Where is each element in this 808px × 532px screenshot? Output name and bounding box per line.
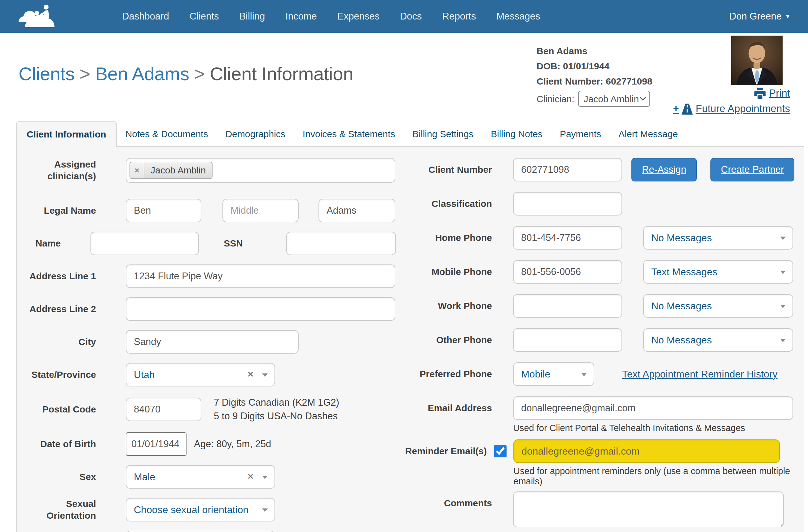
state-province-select[interactable]: Utah × xyxy=(126,363,275,386)
home-phone-messages-value: No Messages xyxy=(651,232,712,244)
breadcrumb-separator: > xyxy=(189,63,210,84)
print-label: Print xyxy=(769,87,790,99)
client-number-input[interactable] xyxy=(513,158,622,182)
assigned-clinicians-label: Assigned clinician(s) xyxy=(17,158,96,182)
legal-last-name-input[interactable] xyxy=(318,199,395,222)
nav-item-expenses[interactable]: Expenses xyxy=(337,11,380,22)
page-title: Client Information xyxy=(210,63,353,84)
city-input[interactable] xyxy=(126,330,299,354)
work-phone-input[interactable] xyxy=(513,294,622,318)
work-phone-messages-value: No Messages xyxy=(651,300,712,312)
sexual-orientation-placeholder: Choose sexual orientation xyxy=(134,504,249,516)
ssn-input[interactable] xyxy=(286,232,396,255)
dropdown-arrow-icon xyxy=(780,305,786,308)
print-link[interactable]: Print xyxy=(754,87,790,99)
sexual-orientation-label: Sexual Orientation xyxy=(17,498,96,521)
tab-billing-notes[interactable]: Billing Notes xyxy=(482,121,551,147)
dropdown-arrow-icon xyxy=(262,509,268,512)
comments-label: Comments xyxy=(396,491,492,515)
nav-item-docs[interactable]: Docs xyxy=(400,11,422,22)
preferred-phone-label: Preferred Phone xyxy=(396,368,492,380)
nav-item-billing[interactable]: Billing xyxy=(239,11,265,22)
nav-item-dashboard[interactable]: Dashboard xyxy=(122,11,169,22)
address-line1-input[interactable] xyxy=(126,264,395,288)
email-address-input[interactable] xyxy=(513,396,793,420)
other-phone-messages-value: No Messages xyxy=(651,335,712,346)
work-phone-messages-select[interactable]: No Messages xyxy=(643,294,793,318)
reminder-emails-input[interactable] xyxy=(513,439,780,463)
ssn-label: SSN xyxy=(224,238,243,249)
clear-x-icon[interactable]: × xyxy=(247,471,253,481)
nav-item-income[interactable]: Income xyxy=(285,11,317,22)
name-input[interactable] xyxy=(90,232,199,255)
other-phone-messages-select[interactable]: No Messages xyxy=(643,328,793,352)
comments-textarea[interactable] xyxy=(513,491,784,527)
tab-client-information[interactable]: Client Information xyxy=(16,121,117,147)
age-text: Age: 80y, 5m, 25d xyxy=(194,438,271,450)
nav-item-clients[interactable]: Clients xyxy=(189,11,219,22)
mountain-climbers-logo xyxy=(17,3,56,30)
re-assign-button[interactable]: Re-Assign xyxy=(631,158,697,182)
email-address-label: Email Address xyxy=(396,396,492,420)
home-phone-messages-select[interactable]: No Messages xyxy=(643,226,793,250)
clinician-select[interactable]: Jacob Amblin xyxy=(578,91,650,107)
mobile-phone-input[interactable] xyxy=(513,260,622,284)
main-nav: Dashboard Clients Billing Income Expense… xyxy=(122,0,540,33)
other-phone-label: Other Phone xyxy=(396,334,492,346)
form-right-column: Client Number Re-Assign Create Partner C… xyxy=(396,158,805,532)
sexual-orientation-select[interactable]: Choose sexual orientation xyxy=(126,498,275,521)
create-partner-button[interactable]: Create Partner xyxy=(711,158,794,182)
tab-invoices-statements[interactable]: Invoices & Statements xyxy=(294,121,404,147)
date-of-birth-input[interactable] xyxy=(126,432,186,456)
assigned-clinicians-input[interactable]: × Jacob Amblin xyxy=(126,158,395,183)
classification-label: Classification xyxy=(396,198,492,210)
tab-notes-documents[interactable]: Notes & Documents xyxy=(117,121,217,147)
tab-demographics[interactable]: Demographics xyxy=(217,121,294,147)
mobile-phone-messages-value: Text Messages xyxy=(651,266,717,278)
work-phone-label: Work Phone xyxy=(396,300,492,312)
date-of-birth-label: Date of Birth xyxy=(17,438,96,450)
client-information-page: Dashboard Clients Billing Income Expense… xyxy=(0,0,808,532)
postal-code-label: Postal Code xyxy=(17,403,96,415)
client-photo xyxy=(731,35,783,86)
preferred-phone-select[interactable]: Mobile xyxy=(513,362,594,386)
classification-input[interactable] xyxy=(513,192,622,215)
postal-code-input[interactable] xyxy=(126,398,201,421)
breadcrumb-separator: > xyxy=(75,63,95,84)
breadcrumb-client-name-link[interactable]: Ben Adams xyxy=(95,63,189,84)
city-label: City xyxy=(17,336,96,348)
road-icon xyxy=(681,103,693,115)
dropdown-arrow-icon xyxy=(262,374,268,377)
future-appointments-link[interactable]: + Future Appointments xyxy=(673,103,790,115)
reminder-emails-checkbox[interactable] xyxy=(494,445,507,457)
breadcrumb-clients-link[interactable]: Clients xyxy=(19,63,75,84)
text-reminder-history-link[interactable]: Text Appointment Reminder History xyxy=(622,368,778,380)
address-line2-input[interactable] xyxy=(126,297,395,321)
client-summary: Ben Adams DOB: 01/01/1944 Client Number:… xyxy=(537,43,653,107)
dropdown-arrow-icon xyxy=(780,271,786,274)
tab-billing-settings[interactable]: Billing Settings xyxy=(404,121,482,147)
remove-chip-icon[interactable]: × xyxy=(130,162,144,178)
summary-client-name: Ben Adams xyxy=(537,43,653,58)
legal-middle-name-input[interactable] xyxy=(222,199,299,222)
preferred-phone-value: Mobile xyxy=(521,368,550,380)
clear-x-icon[interactable]: × xyxy=(247,369,253,379)
form-left-column: Assigned clinician(s) × Jacob Amblin Leg… xyxy=(17,158,396,532)
dropdown-arrow-icon xyxy=(780,236,786,240)
tab-alert-message[interactable]: Alert Message xyxy=(610,121,686,147)
mobile-phone-messages-select[interactable]: Text Messages xyxy=(643,260,793,284)
user-menu[interactable]: Don Greene ▾ xyxy=(729,0,789,33)
sex-select[interactable]: Male × xyxy=(126,465,275,489)
client-number-label: Client Number xyxy=(396,164,492,175)
user-name: Don Greene xyxy=(729,11,782,22)
nav-item-messages[interactable]: Messages xyxy=(496,11,540,22)
partial-field[interactable] xyxy=(126,531,275,532)
other-phone-input[interactable] xyxy=(513,328,622,352)
legal-first-name-input[interactable] xyxy=(126,199,201,222)
nav-item-reports[interactable]: Reports xyxy=(442,11,476,22)
address-line1-label: Address Line 1 xyxy=(17,270,96,282)
clinician-chip: × Jacob Amblin xyxy=(129,162,213,179)
tab-payments[interactable]: Payments xyxy=(551,121,610,147)
mobile-phone-label: Mobile Phone xyxy=(396,266,492,278)
home-phone-input[interactable] xyxy=(513,226,622,250)
